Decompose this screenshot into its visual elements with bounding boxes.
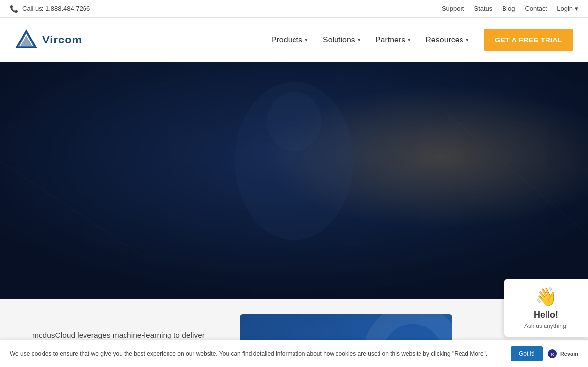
blog-link[interactable]: Blog	[502, 5, 515, 12]
nav-solutions-label: Solutions	[323, 36, 355, 44]
nav-links: Products ▾ Solutions ▾ Partners ▾ Resour…	[271, 29, 573, 51]
top-bar-right: Support Status Blog Contact Login ▾	[442, 5, 578, 12]
hero-section	[0, 62, 588, 299]
top-bar: 📞 Call us: 1.888.484.7266 Support Status…	[0, 0, 588, 18]
cta-free-trial-button[interactable]: GET A FREE TRIAL	[484, 29, 573, 51]
hero-background	[0, 62, 588, 299]
phone-number: Call us: 1.888.484.7266	[22, 5, 90, 12]
svg-text:R: R	[551, 352, 554, 357]
chat-wave-emoji: 👋	[512, 286, 580, 307]
nav-resources-label: Resources	[425, 36, 463, 44]
main-nav: Vircom Products ▾ Solutions ▾ Partners ▾…	[0, 18, 588, 62]
login-label: Login	[557, 5, 573, 12]
partners-chevron-icon: ▾	[408, 37, 411, 43]
chat-hello-text: Hello!	[512, 310, 580, 320]
resources-chevron-icon: ▾	[466, 37, 469, 43]
login-wrapper[interactable]: Login ▾	[557, 5, 578, 12]
chat-subtext: Ask us anything!	[512, 323, 580, 329]
login-chevron-icon: ▾	[575, 5, 578, 12]
hero-overlay	[0, 62, 588, 299]
revain-logo-icon: R	[547, 349, 557, 359]
revain-badge: R Revain	[547, 349, 578, 359]
solutions-chevron-icon: ▾	[358, 37, 361, 43]
revain-label: Revain	[560, 351, 578, 357]
phone-icon: 📞	[10, 5, 18, 13]
chat-widget[interactable]: 👋 Hello! Ask us anything!	[504, 279, 588, 337]
cookie-text: We use cookies to ensure that we give yo…	[10, 349, 504, 358]
contact-link[interactable]: Contact	[525, 5, 547, 12]
logo-text: Vircom	[42, 34, 82, 46]
status-link[interactable]: Status	[474, 5, 492, 12]
nav-partners-label: Partners	[376, 36, 405, 44]
nav-products[interactable]: Products ▾	[271, 36, 308, 44]
nav-resources[interactable]: Resources ▾	[425, 36, 468, 44]
nav-solutions[interactable]: Solutions ▾	[323, 36, 361, 44]
cookie-accept-button[interactable]: Got it!	[511, 346, 543, 361]
support-link[interactable]: Support	[442, 5, 464, 12]
nav-products-label: Products	[271, 36, 302, 44]
cookie-banner: We use cookies to ensure that we give yo…	[0, 340, 588, 367]
top-bar-left: 📞 Call us: 1.888.484.7266	[10, 5, 90, 13]
logo-area[interactable]: Vircom	[15, 29, 82, 51]
nav-partners[interactable]: Partners ▾	[376, 36, 411, 44]
vircom-logo-icon	[15, 29, 38, 51]
products-chevron-icon: ▾	[305, 37, 308, 43]
